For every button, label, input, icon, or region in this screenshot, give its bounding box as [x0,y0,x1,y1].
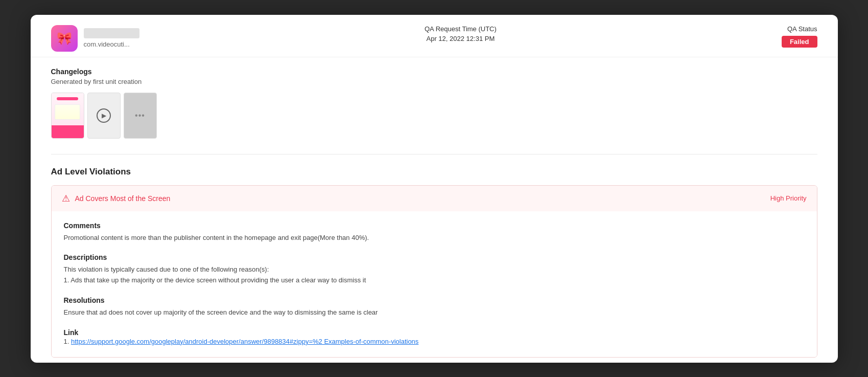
priority-label: High Priority [770,194,807,202]
comments-label: Comments [64,221,805,230]
resolutions-label: Resolutions [64,296,805,304]
section-divider [51,154,817,154]
violation-header: ⚠ Ad Covers Most of the Screen High Prio… [52,186,817,211]
media-thumb-1[interactable] [51,93,84,139]
qa-request-date: Apr 12, 2022 12:31 PM [425,35,497,42]
app-name-placeholder [84,28,139,38]
violation-title: Ad Covers Most of the Screen [75,194,171,203]
link-container: 1. https://support.google.com/googleplay… [64,337,805,347]
violation-title-group: ⚠ Ad Covers Most of the Screen [62,193,171,204]
qa-request-section: QA Request Time (UTC) Apr 12, 2022 12:31… [425,25,497,42]
violation-card: ⚠ Ad Covers Most of the Screen High Prio… [51,185,817,358]
ad-violations-section: Ad Level Violations ⚠ Ad Covers Most of … [31,167,838,358]
violation-link[interactable]: https://support.google.com/googleplay/an… [71,338,418,345]
warning-icon: ⚠ [62,193,70,204]
resolutions-text: Ensure that ad does not cover up majorit… [64,307,805,318]
app-details: com.videocuti... [84,28,139,48]
violation-body: Comments Promotional content is more tha… [52,211,817,358]
app-icon: 🎀 [51,25,78,52]
qa-status-section: QA Status Failed [782,25,817,48]
qa-status-label: QA Status [782,25,817,33]
media-row: ▶ ••• [51,93,817,139]
media-thumb-2[interactable]: ▶ [87,93,121,139]
link-label: Link [64,328,805,337]
changelogs-subtitle: Generated by first unit creation [51,78,817,85]
changelogs-title: Changelogs [51,68,817,76]
media-thumb-3[interactable]: ••• [124,93,157,139]
descriptions-text: This violation is typically caused due t… [64,264,805,286]
qa-request-label: QA Request Time (UTC) [425,25,497,33]
ad-violations-title: Ad Level Violations [51,167,817,177]
main-window: 🎀 com.videocuti... QA Request Time (UTC)… [31,15,838,363]
descriptions-label: Descriptions [64,253,805,261]
play-icon: ▶ [97,108,111,123]
changelogs-section: Changelogs Generated by first unit creat… [31,68,838,139]
top-bar: 🎀 com.videocuti... QA Request Time (UTC)… [31,15,838,57]
more-icon: ••• [135,111,145,120]
app-package: com.videocuti... [84,40,139,48]
status-badge: Failed [782,36,817,48]
app-info: 🎀 com.videocuti... [51,25,139,52]
comments-text: Promotional content is more than the pub… [64,233,805,243]
